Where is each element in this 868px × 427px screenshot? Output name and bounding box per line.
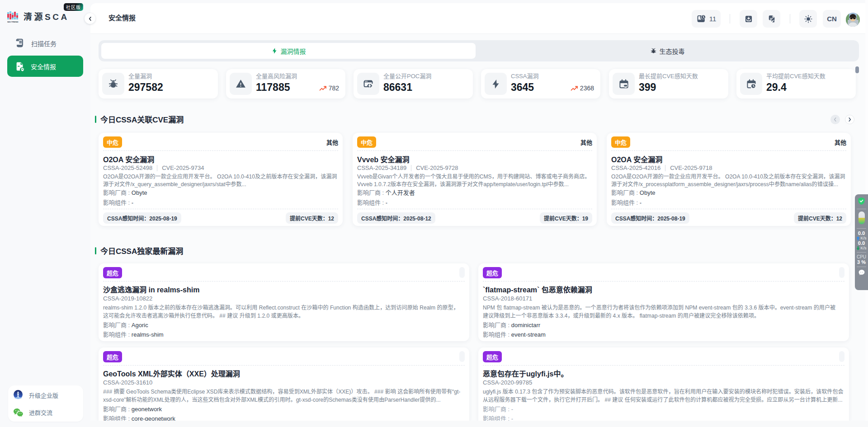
svg-text:SECTREND: SECTREND — [7, 21, 19, 23]
